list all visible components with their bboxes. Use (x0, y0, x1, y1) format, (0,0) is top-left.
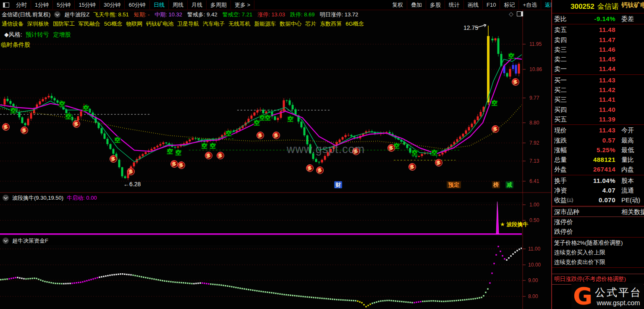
quote-row-涨幅[interactable]: 涨幅5.25%最低 (552, 145, 644, 155)
quote-row-买一[interactable]: 买一11.43 (552, 75, 644, 85)
quote-label2: 流通 (621, 185, 634, 195)
svg-text:多: 多 (22, 128, 27, 133)
tool-button-+自选[interactable]: +自选 (519, 0, 541, 9)
quote-row-外盘[interactable]: 外盘267414内盘 (552, 164, 644, 174)
quote-row-现价[interactable]: 现价11.43今开 (552, 125, 644, 135)
tool-button-叠加[interactable]: 叠加 (407, 0, 426, 9)
tool-button-F10[interactable]: F10 (483, 0, 500, 9)
quote-row-买四[interactable]: 买四11.40 (552, 105, 644, 114)
concept-tag-新能源车[interactable]: 新能源车 (254, 20, 276, 28)
quote-row-深市品种[interactable]: 深市品种相关数据 (552, 206, 644, 217)
quote-row-委比[interactable]: 委比-9.14%委差 (552, 14, 644, 24)
quote-row-买二[interactable]: 买二11.42 (552, 85, 644, 95)
quote-row-换手[interactable]: 换手11.04%股本 (552, 176, 644, 185)
indicator-name[interactable]: 超牛波段Z (64, 11, 89, 18)
concept-tag-钙钛矿电池[interactable]: 钙钛矿电池 (146, 20, 173, 28)
quote-row-笼子价格2%(随基准价调整)[interactable]: 笼子价格2%(随基准价调整) (552, 238, 644, 248)
svg-text:11.00: 11.00 (528, 246, 540, 252)
svg-text:←6.28: ←6.28 (123, 181, 141, 188)
tool-button-多股[interactable]: 多股 (426, 0, 445, 9)
svg-text:多: 多 (308, 166, 312, 171)
quote-label: 收益㈢ (554, 195, 573, 205)
gspt-logo[interactable]: G 公式平台 www.gspt.com (571, 283, 644, 309)
period-tab-1分钟[interactable]: 1分钟 (31, 0, 53, 9)
quote-row-买五[interactable]: 买五11.39 (552, 114, 644, 124)
concept-tag-无线耳机[interactable]: 无线耳机 (228, 20, 250, 28)
svg-text:空: 空 (115, 137, 120, 143)
period-tab-日线[interactable]: 日线 (150, 0, 169, 9)
svg-text:空: 空 (65, 113, 71, 120)
quote-row-卖五[interactable]: 卖五11.48 (552, 25, 644, 34)
quote-value: 11.42 (599, 85, 615, 95)
svg-text:多: 多 (111, 156, 116, 161)
tool-button-标记[interactable]: 标记 (500, 0, 519, 9)
quote-row-净资[interactable]: 净资4.07流通 (552, 185, 644, 195)
period-tab-月线[interactable]: 月线 (188, 0, 207, 9)
period-tab-30分钟[interactable]: 30分钟 (100, 0, 125, 9)
quote-label2: 内盘 (621, 164, 634, 174)
quote-row-总量[interactable]: 总量488121量比 (552, 155, 644, 164)
tool-button-复权[interactable]: 复权 (388, 0, 407, 9)
period-tab-多周期[interactable]: 多周期 (207, 0, 231, 9)
chevron-down-icon[interactable] (3, 195, 9, 201)
quote-value: 11.48 (599, 25, 615, 34)
window-toggle-icon[interactable] (3, 3, 9, 8)
period-tab-5分钟[interactable]: 5分钟 (53, 0, 75, 9)
quote-row-卖四[interactable]: 卖四11.47 (552, 35, 644, 45)
concept-tag-军民融合[interactable]: 军民融合 (79, 20, 100, 28)
style-tag-定增股: 定增股 (53, 31, 71, 39)
quote-row-连续竞价买入价上限[interactable]: 连续竞价买入价上限 (552, 248, 644, 257)
quote-value: 11.47 (599, 35, 615, 45)
svg-text:多: 多 (410, 164, 415, 169)
quote-label2: 最低 (621, 145, 634, 155)
toolbar-tools: 复权叠加多股统计画线F10标记+自选返回 (388, 0, 560, 10)
concept-tag-6G概念[interactable]: 6G概念 (346, 20, 364, 28)
quote-label: 现价 (554, 125, 567, 135)
quote-row-明日涨跌停(不考虑价格调整)[interactable]: 明日涨跌停(不考虑价格调整) (552, 274, 644, 284)
panel-layout-icon[interactable] (517, 11, 523, 16)
concept-tag-卫星导航[interactable]: 卫星导航 (177, 20, 199, 28)
quote-row-涨停价[interactable]: 涨停价 (552, 217, 644, 227)
diamond-icon[interactable]: ◇ (509, 11, 513, 17)
quote-row-涨跌[interactable]: 涨跌0.57最高 (552, 135, 644, 145)
chevron-down-icon[interactable] (3, 238, 9, 244)
fund-indicator-title[interactable]: 超牛决策资金F (12, 237, 48, 245)
quote-row-收益㈢[interactable]: 收益㈢0.070PE(动) (552, 195, 644, 205)
period-tab-15分钟[interactable]: 15分钟 (75, 0, 99, 9)
gspt-logo-icon: G (573, 284, 592, 308)
tool-button-画线[interactable]: 画线 (464, 0, 483, 9)
period-tab-分时[interactable]: 分时 (12, 0, 31, 9)
quote-row-卖二[interactable]: 卖二11.45 (552, 54, 644, 64)
chevron-down-icon[interactable] (54, 11, 60, 18)
concept-tag-国防军工[interactable]: 国防军工 (53, 20, 75, 28)
concept-tag-物联网[interactable]: 物联网 (126, 20, 142, 28)
quote-row-卖三[interactable]: 卖三11.46 (552, 45, 644, 54)
quote-row-卖一[interactable]: 卖一11.44 (552, 64, 644, 74)
quote-row-连续竞价卖出价下限[interactable]: 连续竞价卖出价下限 (552, 257, 644, 267)
period-tab-60分钟[interactable]: 60分钟 (125, 0, 149, 9)
quote-label2: 股本 (621, 176, 634, 185)
concept-tag-深圳板块[interactable]: 深圳板块 (27, 20, 49, 28)
quote-label: 涨幅 (554, 145, 567, 155)
quote-separator (552, 206, 644, 206)
quote-row-跌停价[interactable]: 跌停价 (552, 227, 644, 236)
concept-tag-数据中心[interactable]: 数据中心 (280, 20, 301, 28)
concept-tag-5G概念[interactable]: 5G概念 (104, 20, 122, 28)
svg-text:财: 财 (335, 182, 341, 188)
top-toolbar: 分时1分钟5分钟15分钟30分钟60分钟日线周线月线多周期更多 > 复权叠加多股… (0, 0, 551, 10)
concept-tag-芯片[interactable]: 芯片 (305, 20, 316, 28)
concept-tag-东数西算[interactable]: 东数西算 (320, 20, 342, 28)
quote-label: 净资 (554, 185, 567, 195)
quote-row-买三[interactable]: 买三11.41 (552, 95, 644, 104)
period-tab-更多 >[interactable]: 更多 > (231, 0, 254, 9)
tool-button-统计[interactable]: 统计 (445, 0, 464, 9)
temp-condition-label[interactable]: 临时条件股 (1, 41, 30, 49)
svg-text:空: 空 (394, 143, 400, 149)
concept-tag-通信设备[interactable]: 通信设备 (2, 20, 24, 28)
quote-value: 11.41 (599, 95, 615, 104)
quote-value: 11.40 (599, 105, 615, 114)
concept-tag-汽车电子[interactable]: 汽车电子 (203, 20, 225, 28)
band-indicator-title[interactable]: 波段擒牛(9.30,19.50) (12, 194, 63, 202)
period-tab-周线[interactable]: 周线 (169, 0, 188, 9)
quote-label: 总量 (554, 155, 567, 164)
